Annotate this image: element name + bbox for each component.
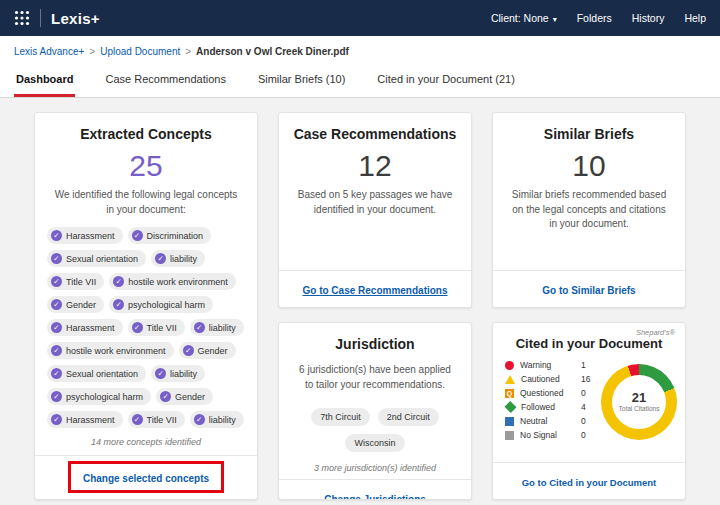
tab-dashboard[interactable]: Dashboard	[14, 66, 75, 97]
concept-pill-label: liability	[170, 369, 197, 379]
concept-pill-label: psychological harm	[128, 300, 205, 310]
check-icon: ✓	[51, 253, 62, 264]
concept-pill[interactable]: ✓ Harassment	[47, 227, 123, 244]
concept-pill[interactable]: ✓ Title VII	[128, 319, 185, 336]
concept-pill[interactable]: ✓ psychological harm	[47, 388, 151, 405]
jurisdiction-pill-list: 7th Circuit 2nd Circuit Wisconsin	[285, 408, 465, 452]
concept-pill[interactable]: ✓ Harassment	[47, 319, 123, 336]
more-jurisdictions-note: 3 more jurisdiction(s) identified	[279, 463, 471, 473]
check-icon: ✓	[132, 322, 143, 333]
help-button[interactable]: Help	[684, 12, 706, 24]
concept-pill[interactable]: ✓ liability	[151, 365, 205, 382]
go-to-cited-link[interactable]: Go to Cited in your Document	[522, 477, 657, 488]
jurisdiction-pill[interactable]: 7th Circuit	[311, 408, 370, 426]
signal-icon	[505, 361, 514, 370]
legend-row: Warning 1	[505, 360, 597, 370]
tab-similar-briefs[interactable]: Similar Briefs (10)	[256, 66, 347, 97]
legend-row: Cautioned 16	[505, 374, 597, 384]
dashboard-content: Extracted Concepts 25 We identified the …	[0, 98, 720, 505]
check-icon: ✓	[113, 276, 124, 287]
breadcrumb-separator: >	[89, 46, 95, 57]
concept-pill-label: Harassment	[66, 323, 115, 333]
top-navigation-bar: Lexis+ Client: None ▾ Folders History He…	[0, 0, 720, 36]
signal-icon	[505, 431, 514, 440]
extracted-concepts-title: Extracted Concepts	[35, 126, 257, 142]
concept-pill[interactable]: ✓ Harassment	[47, 411, 123, 428]
concept-pill[interactable]: ✓ Sexual orientation	[47, 365, 146, 382]
concept-pill[interactable]: ✓ liability	[190, 319, 244, 336]
donut-center: 21 Total Citations	[612, 375, 666, 429]
check-icon: ✓	[51, 276, 62, 287]
jurisdiction-title: Jurisdiction	[279, 336, 471, 352]
extracted-concepts-description: We identified the following legal concep…	[35, 186, 257, 217]
jurisdiction-card: Jurisdiction 6 jurisdiction(s) have been…	[278, 322, 472, 500]
signal-count: 0	[581, 416, 597, 426]
signal-label: Followed	[521, 402, 575, 412]
breadcrumb: Lexis Advance+ > Upload Document > Ander…	[0, 36, 720, 62]
concept-pill[interactable]: ✓ Gender	[47, 296, 104, 313]
signal-label: Cautioned	[521, 374, 575, 384]
breadcrumb-separator: >	[185, 46, 191, 57]
signal-count: 1	[581, 360, 597, 370]
folders-button[interactable]: Folders	[577, 12, 612, 24]
concept-pill[interactable]: ✓ Title VII	[47, 273, 104, 290]
breadcrumb-current-file: Anderson v Owl Creek Diner.pdf	[196, 46, 349, 57]
signal-label: Neutral	[520, 416, 575, 426]
concept-pill-label: Gender	[66, 300, 96, 310]
change-jurisdictions-link[interactable]: Change Jurisdictions	[324, 494, 426, 500]
concept-pill[interactable]: ✓ Discrimination	[128, 227, 212, 244]
signal-count: 0	[581, 388, 597, 398]
concept-pill-label: Gender	[175, 392, 205, 402]
check-icon: ✓	[51, 345, 62, 356]
concept-pill-label: Harassment	[66, 231, 115, 241]
jurisdiction-pill[interactable]: Wisconsin	[345, 434, 404, 452]
case-recommendations-count: 12	[279, 149, 471, 183]
shepards-brand-note: Shepard's®	[636, 328, 675, 337]
total-citations-label: Total Citations	[619, 405, 660, 413]
case-recommendations-title: Case Recommendations	[279, 126, 471, 142]
concept-pill-label: psychological harm	[66, 392, 143, 402]
concept-pill[interactable]: ✓ hostile work environment	[109, 273, 236, 290]
check-icon: ✓	[160, 391, 171, 402]
app-grid-icon[interactable]	[14, 10, 30, 26]
go-to-case-recommendations-link[interactable]: Go to Case Recommendations	[302, 285, 447, 296]
concept-pill[interactable]: ✓ Title VII	[128, 411, 185, 428]
change-selected-concepts-link[interactable]: Change selected concepts	[83, 473, 209, 484]
client-selector[interactable]: Client: None ▾	[491, 12, 557, 24]
tab-case-recommendations[interactable]: Case Recommendations	[103, 66, 227, 97]
case-recommendations-description: Based on 5 key passages we have identifi…	[279, 186, 471, 217]
jurisdiction-description: 6 jurisdiction(s) have been applied to t…	[279, 361, 471, 392]
case-recommendations-card: Case Recommendations 12 Based on 5 key p…	[278, 112, 472, 308]
check-icon: ✓	[183, 345, 194, 356]
concept-pill[interactable]: ✓ hostile work environment	[47, 342, 174, 359]
similar-briefs-count: 10	[493, 149, 685, 183]
go-to-similar-briefs-link[interactable]: Go to Similar Briefs	[542, 285, 635, 296]
concept-pill[interactable]: ✓ liability	[190, 411, 244, 428]
check-icon: ✓	[194, 414, 205, 425]
citations-summary: Warning 1 Cautioned 16 Q Questioned	[493, 351, 685, 444]
annotation-highlight-box: Change selected concepts	[68, 461, 224, 493]
concept-pill-label: Sexual orientation	[66, 369, 138, 379]
signal-label: Warning	[520, 360, 575, 370]
concept-pill[interactable]: ✓ Gender	[179, 342, 236, 359]
signal-count: 0	[581, 430, 597, 440]
chevron-down-icon: ▾	[553, 15, 557, 24]
concept-pill[interactable]: ✓ psychological harm	[109, 296, 213, 313]
breadcrumb-upload-document[interactable]: Upload Document	[100, 46, 180, 57]
concept-pill[interactable]: ✓ liability	[151, 250, 205, 267]
check-icon: ✓	[113, 299, 124, 310]
concept-pill-label: Sexual orientation	[66, 254, 138, 264]
check-icon: ✓	[194, 322, 205, 333]
concept-pill-label: hostile work environment	[128, 277, 228, 287]
concept-pill-label: Gender	[198, 346, 228, 356]
tab-cited-in-document[interactable]: Cited in your Document (21)	[375, 66, 517, 97]
history-button[interactable]: History	[632, 12, 665, 24]
concept-pill[interactable]: ✓ Gender	[156, 388, 213, 405]
jurisdiction-pill[interactable]: 2nd Circuit	[378, 408, 439, 426]
lexis-plus-logo[interactable]: Lexis+	[51, 10, 100, 27]
breadcrumb-lexis-advance[interactable]: Lexis Advance+	[14, 46, 84, 57]
shepards-legend: Warning 1 Cautioned 16 Q Questioned	[505, 360, 597, 444]
legend-row: Followed 4	[505, 402, 597, 412]
concept-pill[interactable]: ✓ Sexual orientation	[47, 250, 146, 267]
concept-pill-label: Harassment	[66, 415, 115, 425]
